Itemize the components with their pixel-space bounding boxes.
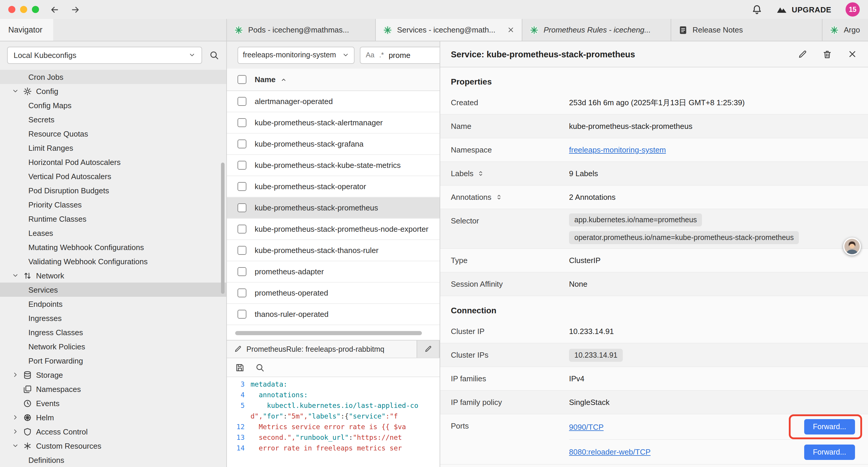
sidebar-item-priority-classes[interactable]: Priority Classes — [0, 198, 226, 212]
row-checkbox[interactable] — [238, 289, 246, 297]
sidebar-item-events[interactable]: Events — [0, 396, 226, 410]
regex-toggle[interactable]: .* — [379, 51, 384, 59]
row-checkbox[interactable] — [238, 140, 246, 148]
window-minimize-button[interactable] — [20, 6, 27, 13]
row-checkbox[interactable] — [238, 225, 246, 233]
window-zoom-button[interactable] — [32, 6, 39, 13]
table-row[interactable]: kube-prometheus-stack-kube-state-metrics — [227, 155, 440, 176]
tab-release-notes[interactable]: Release Notes — [671, 19, 823, 41]
sidebar-item-label: Events — [36, 399, 60, 408]
horizontal-scrollbar-thumb[interactable] — [235, 331, 422, 335]
table-row[interactable]: prometheus-operated — [227, 283, 440, 304]
close-icon[interactable] — [847, 49, 857, 59]
sidebar-item-label: Namespaces — [36, 384, 81, 393]
detail-drawer: Service: kube-prometheus-stack-prometheu… — [440, 41, 868, 467]
sidebar-item-services[interactable]: Services — [0, 283, 226, 297]
delete-icon[interactable] — [823, 49, 832, 59]
table-row[interactable]: kube-prometheus-stack-grafana — [227, 134, 440, 155]
forward-button[interactable]: Forward... — [804, 444, 855, 460]
row-checkbox[interactable] — [238, 182, 246, 191]
sidebar-item-runtime-classes[interactable]: Runtime Classes — [0, 212, 226, 226]
sidebar-item-helm[interactable]: Helm — [0, 410, 226, 425]
row-checkbox[interactable] — [238, 267, 246, 276]
detail-row-text: 253d 16h 6m ago (2025年1月13日 GMT+8 1:25:3… — [569, 97, 745, 108]
sidebar-item-ingress-classes[interactable]: Ingress Classes — [0, 325, 226, 339]
sidebar-item-storage[interactable]: Storage — [0, 368, 226, 382]
notifications-bell-icon[interactable] — [752, 4, 762, 15]
editor-search-icon[interactable] — [255, 363, 265, 372]
sidebar-item-network[interactable]: Network — [0, 268, 226, 283]
sidebar-item-config-maps[interactable]: Config Maps — [0, 98, 226, 112]
sidebar-item-endpoints[interactable]: Endpoints — [0, 297, 226, 311]
storage-icon — [23, 370, 32, 379]
row-checkbox[interactable] — [238, 161, 246, 170]
sidebar-item-limit-ranges[interactable]: Limit Ranges — [0, 141, 226, 155]
tab-services-icecheng-math[interactable]: Services - icecheng@math... — [376, 19, 522, 41]
sidebar-item-access-control[interactable]: Access Control — [0, 425, 226, 439]
detail-row-text: kube-prometheus-stack-prometheus — [569, 122, 692, 130]
table-row[interactable]: alertmanager-operated — [227, 91, 440, 112]
kubeconfig-selector[interactable]: Local Kubeconfigs — [7, 47, 202, 63]
search-icon[interactable] — [209, 50, 219, 60]
select-all-checkbox[interactable] — [238, 75, 246, 84]
row-checkbox[interactable] — [238, 97, 246, 106]
name-column-header[interactable]: Name — [255, 75, 276, 84]
port-link[interactable]: 9090/TCP — [569, 422, 603, 431]
forward-button[interactable]: Forward... — [804, 419, 855, 435]
notification-count-badge[interactable]: 15 — [845, 2, 860, 17]
table-row[interactable]: kube-prometheus-stack-operator — [227, 176, 440, 198]
sidebar-item-network-policies[interactable]: Network Policies — [0, 339, 226, 353]
table-row[interactable]: kube-prometheus-stack-thanos-ruler — [227, 240, 440, 261]
presence-avatar[interactable] — [843, 238, 861, 255]
editor-tab-partial[interactable] — [417, 341, 440, 358]
pencil-icon — [234, 345, 242, 353]
yaml-editor[interactable]: 3metadata:4 annotations:5 kubectl.kubern… — [227, 377, 440, 467]
namespace-link[interactable]: freeleaps-monitoring-system — [569, 145, 666, 154]
row-checkbox[interactable] — [238, 310, 246, 319]
sidebar-item-namespaces[interactable]: Namespaces — [0, 382, 226, 396]
sidebar-item-port-forwarding[interactable]: Port Forwarding — [0, 353, 226, 368]
sidebar-item-horizontal-pod-autoscalers[interactable]: Horizontal Pod Autoscalers — [0, 155, 226, 169]
table-row[interactable]: kube-prometheus-stack-prometheus — [227, 198, 440, 219]
sidebar-item-vertical-pod-autoscalers[interactable]: Vertical Pod Autoscalers — [0, 169, 226, 183]
sidebar-item-secrets[interactable]: Secrets — [0, 112, 226, 126]
edit-icon[interactable] — [798, 49, 807, 59]
sidebar-item-leases[interactable]: Leases — [0, 226, 226, 240]
sidebar-item-config[interactable]: Config — [0, 84, 226, 98]
detail-row-annotations: Annotations2 Annotations — [440, 185, 868, 209]
search-input[interactable] — [389, 51, 426, 59]
sidebar-item-cron-jobs[interactable]: Cron Jobs — [0, 70, 226, 84]
back-arrow-icon[interactable] — [50, 4, 60, 14]
save-icon[interactable] — [235, 363, 245, 372]
window-close-button[interactable] — [8, 6, 16, 13]
tab-prometheus-rules-icecheng[interactable]: Prometheus Rules - icecheng... — [522, 19, 671, 41]
namespace-filter[interactable]: freeleaps-monitoring-system — [238, 47, 354, 63]
vertical-scrollbar[interactable] — [221, 163, 224, 294]
sidebar-item-mutating-webhook-configurations[interactable]: Mutating Webhook Configurations — [0, 240, 226, 254]
port-link[interactable]: 8080:reloader-web/TCP — [569, 447, 651, 456]
table-row[interactable]: kube-prometheus-stack-alertmanager — [227, 112, 440, 134]
sidebar-item-definitions[interactable]: Definitions — [0, 453, 226, 467]
sidebar-item-validating-webhook-configurations[interactable]: Validating Webhook Configurations — [0, 254, 226, 268]
tab-argo-s[interactable]: Argo S — [823, 19, 868, 41]
table-row[interactable]: thanos-ruler-operated — [227, 304, 440, 325]
forward-arrow-icon[interactable] — [70, 4, 80, 14]
upgrade-button[interactable]: UPGRADE — [776, 4, 831, 15]
row-checkbox[interactable] — [238, 118, 246, 127]
sidebar-item-label: Helm — [36, 413, 54, 422]
table-row[interactable]: kube-prometheus-stack-prometheus-node-ex… — [227, 219, 440, 240]
row-checkbox[interactable] — [238, 246, 246, 255]
close-icon[interactable] — [507, 26, 515, 34]
row-checkbox[interactable] — [238, 203, 246, 212]
row-name: kube-prometheus-stack-operator — [255, 182, 366, 191]
sidebar-item-pod-disruption-budgets[interactable]: Pod Disruption Budgets — [0, 183, 226, 198]
sidebar-item-ingresses[interactable]: Ingresses — [0, 311, 226, 325]
table-row[interactable]: prometheus-adapter — [227, 261, 440, 283]
network-icon — [23, 271, 32, 280]
horizontal-scrollbar[interactable] — [235, 331, 434, 335]
sidebar-item-resource-quotas[interactable]: Resource Quotas — [0, 126, 226, 141]
tab-pods-icecheng-mathmas[interactable]: Pods - icecheng@mathmas... — [227, 19, 376, 41]
match-case-toggle[interactable]: Aa — [366, 51, 374, 59]
sidebar-item-custom-resources[interactable]: Custom Resources — [0, 439, 226, 453]
editor-tab[interactable]: PrometheusRule: freeleaps-prod-rabbitmq — [227, 341, 417, 358]
